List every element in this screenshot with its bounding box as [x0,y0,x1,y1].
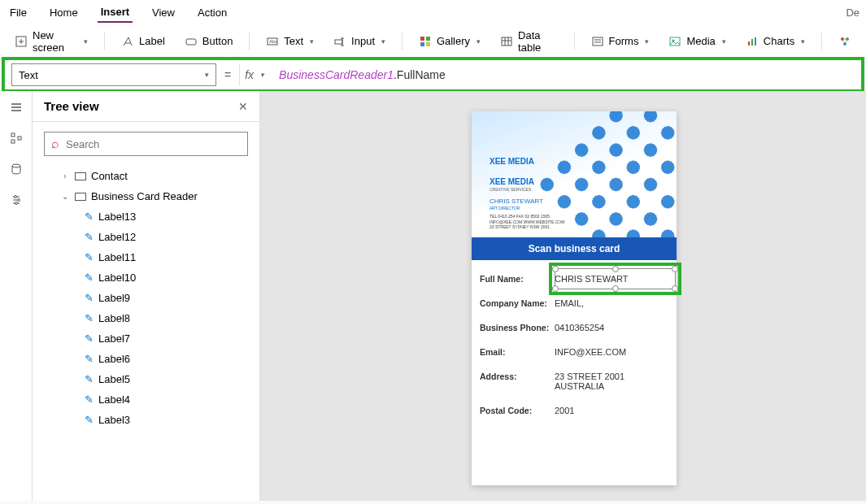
ribbon-separator [821,33,822,50]
search-field[interactable] [66,138,241,150]
forms-btn-label: Forms [609,35,639,47]
menu-insert[interactable]: Insert [98,2,133,23]
field-value[interactable]: 23 STREET 2001 AUSTRALIA [555,371,668,391]
card-line: 23 STREET SYDNEY NSW 2001 [490,224,564,230]
formula-input[interactable]: BusinessCardReader1.FullName [274,63,855,86]
canvas[interactable]: XEE MEDIA XEE MEDIA CREATIVE SERVICES CH… [260,91,866,501]
button-icon [185,35,198,48]
tree-node-label: Label10 [98,272,136,284]
formula-object: BusinessCardReader1 [279,68,394,81]
tree-node-label: Label4 [98,393,130,406]
scan-button[interactable]: Scan business card [472,237,677,260]
tree-node-label: Label13 [98,211,136,223]
tree-node-label: Label12 [98,231,136,243]
card-brand: XEE MEDIA [490,156,564,167]
tree-list[interactable]: › Contact ⌄ Business Card Reader ✎Label1… [33,166,259,501]
chevron-down-icon: ▾ [645,37,649,46]
svg-text:Abc: Abc [269,39,277,44]
left-rail [0,91,33,501]
ribbon-separator [574,33,575,50]
label-icon: ✎ [85,312,94,324]
tree-node-label-item[interactable]: ✎Label3 [37,410,255,430]
menu-home[interactable]: Home [46,3,81,22]
button-button[interactable]: Button [176,32,242,51]
text-button[interactable]: Abc Text ▾ [258,32,322,51]
svg-rect-1 [186,39,196,45]
tree-node-reader[interactable]: ⌄ Business Card Reader [37,186,255,206]
search-input[interactable]: ⌕ [44,132,248,156]
card-name: CHRIS STEWART [490,198,564,206]
forms-button[interactable]: Forms ▾ [583,32,658,51]
collapse-icon[interactable]: ⌄ [60,192,70,201]
chevron-down-icon: ▾ [84,37,88,46]
tree-node-label: Label3 [98,414,130,426]
tree-node-label-item[interactable]: ✎Label11 [37,247,255,267]
tree-node-label-item[interactable]: ✎Label7 [37,328,255,349]
data-table-button[interactable]: Data table [492,26,566,57]
tree-node-label-item[interactable]: ✎Label5 [37,369,255,389]
field-row: Business Phone:0410365254 [480,315,668,340]
tree-node-label-item[interactable]: ✎Label8 [37,308,255,328]
new-screen-label: New screen [33,29,77,54]
charts-btn-label: Charts [764,35,794,47]
tree-node-label-item[interactable]: ✎Label10 [37,267,255,288]
field-row: Company Name:EMAIL, [480,291,668,315]
label-icon: ✎ [85,393,94,406]
screen-icon [75,193,86,201]
svg-rect-9 [502,37,511,46]
tree-view-icon[interactable] [10,132,23,148]
svg-rect-5 [420,37,424,41]
tree-node-label: Business Card Reader [91,190,198,202]
chevron-down-icon: ▾ [801,37,805,46]
tree-node-label-item[interactable]: ✎Label4 [37,389,255,410]
tree-node-label: Label11 [98,251,136,263]
expand-icon[interactable]: › [60,172,70,180]
settings-icon[interactable] [10,193,23,210]
label-icon [121,35,134,48]
tree-node-label-item[interactable]: ✎Label12 [37,227,255,247]
svg-point-25 [15,202,17,205]
field-value[interactable]: 2001 [555,406,668,415]
tree-node-label-item[interactable]: ✎Label13 [37,206,255,227]
new-screen-button[interactable]: New screen ▾ [7,26,96,57]
app-screen[interactable]: XEE MEDIA XEE MEDIA CREATIVE SERVICES CH… [472,111,677,485]
tree-node-label-item[interactable]: ✎Label9 [37,288,255,308]
charts-button[interactable]: Charts ▾ [738,32,813,51]
menu-file[interactable]: File [7,3,30,22]
gallery-btn-label: Gallery [437,35,470,47]
ai-icon [838,35,851,48]
label-icon: ✎ [85,373,94,385]
hamburger-icon[interactable] [10,101,23,117]
chevron-down-icon: ▾ [722,37,726,46]
media-button[interactable]: Media ▾ [660,32,733,51]
ai-button[interactable] [830,32,859,51]
svg-rect-10 [593,37,603,46]
menu-right-text: De [846,7,859,19]
tree-node-contact[interactable]: › Contact [37,166,255,186]
tree-title: Tree view [44,99,99,113]
field-row: Full Name:CHRIS STEWART [480,267,668,291]
field-value[interactable]: 0410365254 [555,323,668,332]
tree-node-label-item[interactable]: ✎Label6 [37,349,255,369]
input-button[interactable]: Input ▾ [325,32,394,51]
label-icon: ✎ [85,332,94,345]
field-row: Email:INFO@XEE.COM [480,340,668,364]
label-icon: ✎ [85,414,94,426]
field-value[interactable]: EMAIL, [555,298,668,308]
text-icon: Abc [266,35,279,48]
data-table-icon [500,35,513,48]
label-button[interactable]: Label [113,32,173,51]
database-icon[interactable] [10,163,23,179]
chevron-down-icon: ▾ [310,37,314,46]
field-label: Company Name: [480,298,555,308]
menu-view[interactable]: View [149,3,178,22]
field-label: Full Name: [480,274,555,284]
fx-label[interactable]: fx ▾ [239,63,269,86]
label-btn-label: Label [139,35,165,47]
gallery-button[interactable]: Gallery ▾ [411,32,489,51]
property-selector[interactable]: Text ▾ [11,63,216,86]
close-icon[interactable]: ✕ [238,100,248,113]
field-value[interactable]: INFO@XEE.COM [555,347,668,357]
menu-action[interactable]: Action [194,3,230,22]
field-value[interactable]: CHRIS STEWART [555,274,668,284]
